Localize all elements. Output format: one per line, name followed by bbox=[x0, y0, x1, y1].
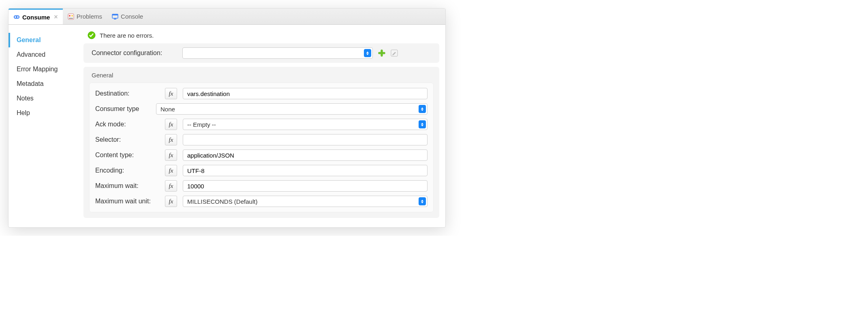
consumer-type-value: None bbox=[160, 106, 175, 113]
sidebar-item-metadata[interactable]: Metadata bbox=[9, 77, 81, 91]
sidebar-item-notes[interactable]: Notes bbox=[9, 91, 81, 106]
console-icon bbox=[112, 13, 118, 20]
svg-point-1 bbox=[15, 16, 16, 18]
maximum-wait-unit-value: MILLISECONDS (Default) bbox=[187, 198, 257, 205]
fx-button[interactable]: fx bbox=[165, 165, 177, 176]
ack-mode-select[interactable]: -- Empty -- bbox=[183, 119, 428, 130]
fx-button[interactable]: fx bbox=[165, 196, 177, 207]
svg-point-4 bbox=[69, 15, 71, 17]
close-icon[interactable]: × bbox=[54, 13, 58, 21]
tab-bar: Consume × Problems Console bbox=[9, 9, 445, 25]
tab-problems[interactable]: Problems bbox=[63, 9, 107, 24]
tab-label: Problems bbox=[77, 13, 102, 20]
sidebar-item-help[interactable]: Help bbox=[9, 106, 81, 120]
consume-icon bbox=[13, 14, 20, 20]
destination-label: Destination: bbox=[95, 90, 159, 97]
editor-window: Consume × Problems Console General Advan… bbox=[8, 8, 446, 228]
maximum-wait-unit-select[interactable]: MILLISECONDS (Default) bbox=[183, 196, 428, 207]
destination-input[interactable] bbox=[183, 88, 428, 99]
connector-config-select[interactable] bbox=[182, 47, 373, 59]
add-icon[interactable] bbox=[378, 49, 386, 57]
encoding-input[interactable] bbox=[183, 165, 428, 176]
connector-config-row: Connector configuration: bbox=[83, 43, 439, 63]
problems-icon bbox=[68, 13, 74, 20]
row-ack-mode: Ack mode: fx -- Empty -- bbox=[95, 119, 428, 130]
sidebar-item-advanced[interactable]: Advanced bbox=[9, 47, 81, 62]
selector-input[interactable] bbox=[183, 134, 428, 145]
sidebar-item-general[interactable]: General bbox=[9, 33, 81, 47]
ack-mode-label: Ack mode: bbox=[95, 121, 159, 128]
general-section: General Destination: fx Consumer type No… bbox=[83, 67, 439, 218]
tab-console[interactable]: Console bbox=[107, 9, 148, 24]
consumer-type-select[interactable]: None bbox=[156, 103, 428, 115]
row-consumer-type: Consumer type None bbox=[95, 103, 428, 115]
chevron-updown-icon bbox=[419, 197, 426, 205]
tab-label: Console bbox=[121, 13, 143, 20]
edit-icon[interactable] bbox=[391, 49, 398, 57]
fx-button[interactable]: fx bbox=[165, 149, 177, 161]
svg-rect-9 bbox=[114, 19, 116, 19]
section-title: General bbox=[89, 70, 434, 83]
row-selector: Selector: fx bbox=[95, 134, 428, 145]
svg-rect-12 bbox=[378, 52, 385, 54]
row-content-type: Content type: fx bbox=[95, 149, 428, 161]
maximum-wait-unit-label: Maximum wait unit: bbox=[95, 198, 159, 205]
row-destination: Destination: fx bbox=[95, 88, 428, 99]
fx-button[interactable]: fx bbox=[165, 180, 177, 192]
body: General Advanced Error Mapping Metadata … bbox=[9, 25, 445, 227]
ack-mode-value: -- Empty -- bbox=[187, 121, 216, 128]
maximum-wait-input[interactable] bbox=[183, 180, 428, 192]
maximum-wait-label: Maximum wait: bbox=[95, 182, 159, 190]
fx-button[interactable]: fx bbox=[165, 119, 177, 130]
fx-button[interactable]: fx bbox=[165, 134, 177, 145]
status-bar: There are no errors. bbox=[83, 29, 439, 43]
content-type-input[interactable] bbox=[183, 149, 428, 161]
svg-rect-6 bbox=[69, 18, 73, 19]
section-body: Destination: fx Consumer type None Ack m… bbox=[89, 83, 434, 212]
consumer-type-label: Consumer type bbox=[95, 105, 150, 113]
sidebar: General Advanced Error Mapping Metadata … bbox=[9, 25, 81, 227]
svg-point-5 bbox=[71, 15, 73, 17]
content-panel: There are no errors. Connector configura… bbox=[81, 25, 445, 227]
fx-button[interactable]: fx bbox=[165, 88, 177, 99]
status-message: There are no errors. bbox=[100, 32, 154, 39]
row-maximum-wait-unit: Maximum wait unit: fx MILLISECONDS (Defa… bbox=[95, 196, 428, 207]
tab-label: Consume bbox=[22, 14, 50, 21]
svg-rect-8 bbox=[112, 14, 118, 15]
selector-label: Selector: bbox=[95, 136, 159, 143]
connector-config-label: Connector configuration: bbox=[92, 49, 177, 57]
tab-consume[interactable]: Consume × bbox=[9, 9, 63, 24]
row-encoding: Encoding: fx bbox=[95, 165, 428, 176]
chevron-updown-icon bbox=[419, 120, 426, 128]
chevron-updown-icon bbox=[419, 105, 426, 113]
row-maximum-wait: Maximum wait: fx bbox=[95, 180, 428, 192]
chevron-updown-icon bbox=[364, 49, 371, 57]
sidebar-item-error-mapping[interactable]: Error Mapping bbox=[9, 62, 81, 77]
check-icon bbox=[88, 31, 96, 39]
content-type-label: Content type: bbox=[95, 151, 159, 159]
svg-point-2 bbox=[17, 16, 19, 18]
encoding-label: Encoding: bbox=[95, 167, 159, 174]
